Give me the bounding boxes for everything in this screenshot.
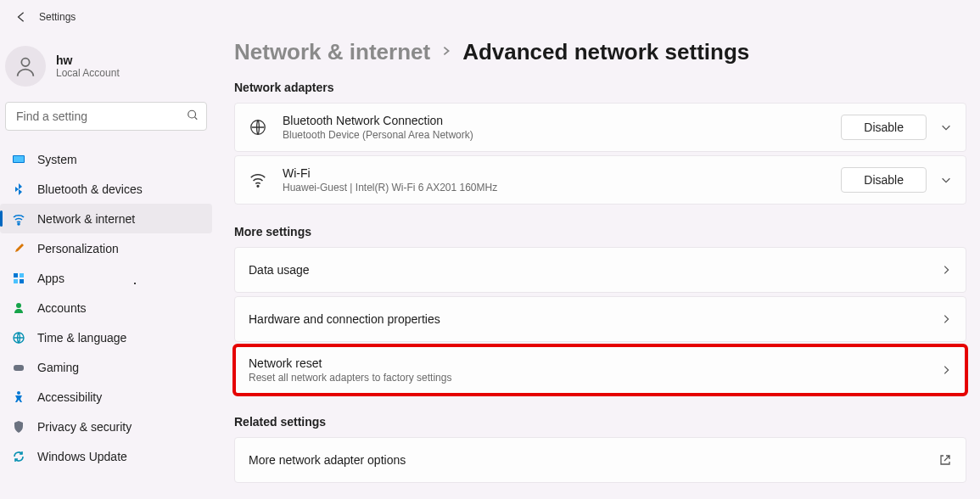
svg-rect-11 <box>14 365 24 371</box>
sidebar-item-label: Time & language <box>37 331 126 345</box>
disable-button[interactable]: Disable <box>841 167 927 193</box>
adapter-title: Bluetooth Network Connection <box>283 114 826 127</box>
bluetooth-network-icon <box>249 118 267 137</box>
svg-rect-8 <box>20 279 24 283</box>
section-title-adapters: Network adapters <box>234 81 966 94</box>
row-subtitle: Reset all network adapters to factory se… <box>249 372 940 384</box>
chevron-down-icon[interactable] <box>940 174 952 186</box>
wifi-icon <box>249 171 267 189</box>
row-label: Data usage <box>249 263 940 277</box>
svg-rect-5 <box>14 273 18 278</box>
title-bar: Settings <box>0 0 980 34</box>
svg-point-9 <box>16 303 21 308</box>
sidebar-item-network[interactable]: Network & internet <box>0 204 212 233</box>
sidebar-item-label: Personalization <box>37 242 119 255</box>
sidebar-item-personalization[interactable]: Personalization <box>0 233 212 263</box>
sidebar-item-time[interactable]: Time & language <box>0 322 212 352</box>
globe-icon <box>12 331 25 345</box>
sidebar-item-label: Apps <box>37 272 64 285</box>
page-title: Advanced network settings <box>462 39 749 65</box>
sidebar-item-label: Windows Update <box>37 450 127 463</box>
breadcrumb: Network & internet Advanced network sett… <box>234 39 966 65</box>
sidebar-item-label: System <box>37 153 77 166</box>
search-input[interactable] <box>5 102 207 131</box>
sidebar-item-label: Accounts <box>37 301 87 315</box>
svg-rect-3 <box>14 156 24 162</box>
adapter-subtitle: Bluetooth Device (Personal Area Network) <box>283 129 826 141</box>
sidebar-item-accounts[interactable]: Accounts <box>0 293 212 322</box>
sidebar-item-system[interactable]: System <box>0 144 212 174</box>
sidebar-item-apps[interactable]: Apps <box>0 263 212 293</box>
sidebar-item-update[interactable]: Windows Update <box>0 441 212 471</box>
user-block[interactable]: hw Local Account <box>0 41 212 102</box>
sidebar-item-gaming[interactable]: Gaming <box>0 352 212 382</box>
row-label: More network adapter options <box>249 453 938 467</box>
adapter-subtitle: Huawei-Guest | Intel(R) Wi-Fi 6 AX201 16… <box>283 182 826 193</box>
row-data-usage[interactable]: Data usage <box>234 247 966 293</box>
breadcrumb-parent[interactable]: Network & internet <box>234 39 430 65</box>
chevron-down-icon[interactable] <box>940 121 952 133</box>
bluetooth-icon <box>12 182 25 196</box>
row-network-reset[interactable]: Network reset Reset all network adapters… <box>234 345 966 395</box>
wifi-icon <box>12 212 25 226</box>
sidebar-item-accessibility[interactable]: Accessibility <box>0 382 212 412</box>
apps-icon <box>12 272 25 285</box>
user-name: hw <box>56 53 120 67</box>
search-icon <box>187 109 199 124</box>
row-label: Hardware and connection properties <box>249 312 940 326</box>
sidebar: hw Local Account System Bluetooth & devi… <box>0 34 221 486</box>
sidebar-item-label: Accessibility <box>37 390 102 404</box>
sidebar-item-label: Bluetooth & devices <box>37 182 143 196</box>
user-subtitle: Local Account <box>56 67 120 79</box>
svg-point-14 <box>257 185 259 187</box>
sidebar-item-label: Privacy & security <box>37 420 132 434</box>
shield-icon <box>12 420 25 434</box>
sidebar-item-privacy[interactable]: Privacy & security <box>0 412 212 441</box>
back-button[interactable] <box>15 11 27 23</box>
accounts-icon <box>12 301 25 315</box>
chevron-right-icon <box>440 43 452 61</box>
open-external-icon <box>938 453 952 467</box>
svg-point-0 <box>21 59 29 66</box>
update-icon <box>12 450 25 463</box>
sidebar-item-label: Gaming <box>37 361 79 374</box>
row-hardware-props[interactable]: Hardware and connection properties <box>234 296 966 342</box>
disable-button[interactable]: Disable <box>841 115 927 140</box>
chevron-right-icon <box>940 264 952 276</box>
svg-rect-7 <box>14 279 18 283</box>
section-title-related: Related settings <box>234 415 966 429</box>
row-label: Network reset <box>249 356 940 370</box>
svg-rect-6 <box>20 273 24 278</box>
gaming-icon <box>12 361 25 374</box>
chevron-right-icon <box>940 364 952 376</box>
adapter-row-bluetooth[interactable]: Bluetooth Network Connection Bluetooth D… <box>234 103 966 152</box>
main-content: Network & internet Advanced network sett… <box>221 34 980 486</box>
row-more-adapter-options[interactable]: More network adapter options <box>234 437 966 483</box>
svg-point-12 <box>17 391 20 395</box>
system-icon <box>12 153 25 166</box>
accessibility-icon <box>12 390 25 404</box>
adapter-title: Wi-Fi <box>283 166 826 180</box>
avatar <box>5 46 46 87</box>
app-title: Settings <box>39 11 76 23</box>
section-title-more: More settings <box>234 225 966 238</box>
svg-point-4 <box>18 223 20 225</box>
adapter-row-wifi[interactable]: Wi-Fi Huawei-Guest | Intel(R) Wi-Fi 6 AX… <box>234 155 966 205</box>
decorative-dot <box>134 283 136 284</box>
sidebar-item-bluetooth[interactable]: Bluetooth & devices <box>0 174 212 204</box>
sidebar-item-label: Network & internet <box>37 212 135 226</box>
brush-icon <box>12 242 25 255</box>
chevron-right-icon <box>940 313 952 325</box>
svg-point-1 <box>188 110 196 118</box>
search-wrap <box>5 102 207 131</box>
